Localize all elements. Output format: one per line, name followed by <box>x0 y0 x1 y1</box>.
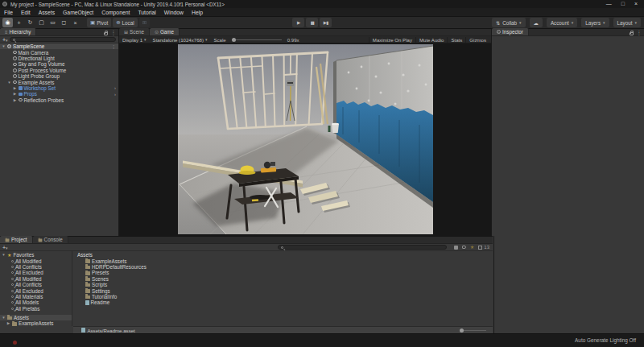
favorite-item[interactable]: All Modified <box>0 258 72 263</box>
favorite-item[interactable]: All Materials <box>0 294 72 299</box>
favorite-item[interactable]: All Models <box>0 299 72 305</box>
tool-button[interactable]: × <box>70 18 80 27</box>
row-trailing-icon[interactable]: ⋮ <box>111 43 116 49</box>
asset-item[interactable]: Scripts <box>72 282 493 287</box>
menu-item[interactable]: Tutorial <box>134 8 159 17</box>
local-toggle[interactable]: ⊕ Local <box>113 18 138 27</box>
menu-item[interactable]: Help <box>188 8 207 17</box>
favorite-item[interactable]: All Excluded <box>0 287 72 293</box>
expander-icon[interactable]: ▶ <box>13 86 17 90</box>
asset-item[interactable]: Scenes <box>72 276 493 282</box>
game-view-toggle[interactable]: Stats <box>447 37 465 43</box>
search-by-type-icon[interactable] <box>454 246 458 250</box>
display-dropdown[interactable]: Display 1▾ <box>119 37 150 43</box>
menu-item[interactable]: GameObject <box>59 8 97 17</box>
auto-generate-lighting-button[interactable]: Auto Generate Lighting Off <box>575 337 636 343</box>
asset-item[interactable]: TutorialInfo <box>72 294 493 299</box>
hierarchy-item[interactable]: Directional Light <box>0 56 118 61</box>
step-button[interactable]: ▶▮ <box>320 18 332 27</box>
minimize-button[interactable]: — <box>606 0 612 8</box>
pivot-toggle[interactable]: ▣ Pivot <box>87 18 111 27</box>
menu-item[interactable]: Edit <box>17 8 35 17</box>
hierarchy-item[interactable]: Main Camera <box>0 49 118 55</box>
asset-item[interactable]: ExampleAssets <box>72 258 493 263</box>
panel-menu-icon[interactable]: ⋮ <box>637 30 642 36</box>
row-trailing-icon[interactable]: › <box>114 92 116 97</box>
icon-size-slider[interactable] <box>460 330 486 331</box>
menu-item[interactable]: Component <box>97 8 134 17</box>
tab-scene-game[interactable]: ⊙ Game <box>150 28 180 35</box>
row-trailing-icon[interactable]: › <box>114 85 116 90</box>
tab-project-console[interactable]: Console <box>33 236 68 243</box>
play-button[interactable]: ▶ <box>292 18 304 27</box>
tab-scene-game[interactable]: ⊞ Scene <box>119 28 150 35</box>
menu-item[interactable]: File <box>0 8 17 17</box>
asset-item[interactable]: HDRPDefaultResources <box>72 264 493 270</box>
tool-button[interactable]: ▢ <box>36 18 47 27</box>
game-viewport[interactable] <box>119 43 491 236</box>
cloud-button[interactable]: ☁ <box>530 18 543 27</box>
favorite-item[interactable]: All Conflicts <box>0 282 72 287</box>
resolution-dropdown[interactable]: Standalone (1024x768)▾ <box>150 37 211 43</box>
pause-button[interactable]: ▮▮ <box>306 18 318 27</box>
expander-icon[interactable]: ▶ <box>13 92 17 96</box>
hierarchy-item[interactable]: ▼ SampleScene ⋮ <box>0 43 118 49</box>
titlebar: My project - SampleScene - PC, Mac & Lin… <box>0 0 644 8</box>
layout-dropdown[interactable]: Layout ▾ <box>613 18 641 27</box>
project-create-button[interactable]: +▾ <box>0 245 10 250</box>
expander-icon[interactable]: ▼ <box>2 44 6 48</box>
asset-item[interactable]: Presets <box>72 270 493 275</box>
lock-icon[interactable] <box>104 32 108 35</box>
close-button[interactable]: × <box>634 0 638 8</box>
lock-icon[interactable] <box>630 32 634 35</box>
favorites-header[interactable]: ▼★ Favorites <box>0 252 72 258</box>
favorite-item[interactable]: All Modified <box>0 276 72 282</box>
asset-item[interactable]: Settings <box>72 287 493 293</box>
game-view-toggle[interactable]: Gizmos <box>465 37 489 43</box>
game-view-toggle[interactable]: Maximize On Play <box>369 37 415 43</box>
asset-item[interactable]: Readme <box>72 299 493 305</box>
hierarchy-item[interactable]: Post Process Volume <box>0 68 118 73</box>
assets-root-item[interactable]: ▼ Assets <box>0 315 72 320</box>
favorite-item[interactable]: All Excluded <box>0 270 72 275</box>
tool-button[interactable]: ↻ <box>25 18 35 27</box>
expander-icon[interactable]: ▼ <box>7 81 11 85</box>
project-search-input[interactable] <box>278 245 447 250</box>
slider-handle[interactable] <box>460 328 464 333</box>
hierarchy-item[interactable]: ▶ Reflection Probes <box>0 97 118 103</box>
hierarchy-search-input[interactable] <box>10 37 116 42</box>
expander-icon[interactable]: ▶ <box>13 98 17 102</box>
hierarchy-create-button[interactable]: +▾ <box>0 37 10 43</box>
packages-visibility-toggle[interactable]: 13 <box>478 245 489 250</box>
collab-dropdown[interactable]: ⇅ Collab ▾ <box>492 18 526 27</box>
tab-inspector[interactable]: i Inspector <box>492 28 529 35</box>
folder-item[interactable]: ▶ ExampleAssets <box>0 320 72 326</box>
favorite-item[interactable]: All Conflicts <box>0 264 72 270</box>
scale-slider[interactable] <box>232 39 282 40</box>
console-status-icon[interactable] <box>13 341 17 345</box>
panel-menu-icon[interactable]: ⋮ <box>111 30 117 36</box>
menu-item[interactable]: Assets <box>35 8 59 17</box>
game-view-toggle[interactable]: Mute Audio <box>415 37 448 43</box>
scale-label: Scale <box>210 37 229 43</box>
hierarchy-item[interactable]: ▶ Workshop Set › <box>0 85 118 91</box>
menu-item[interactable]: Window <box>160 8 188 17</box>
tab-project-console[interactable]: Project <box>0 236 33 243</box>
slider-handle[interactable] <box>232 38 236 42</box>
maximize-button[interactable]: □ <box>621 0 625 8</box>
tool-button[interactable]: ◉ <box>2 18 13 27</box>
hierarchy-item[interactable]: Sky and Fog Volume <box>0 61 118 67</box>
tool-button[interactable]: ▭ <box>47 18 58 27</box>
hierarchy-item[interactable]: ▼ Example Assets <box>0 79 118 85</box>
tool-button[interactable]: ◻ <box>59 18 69 27</box>
tool-button[interactable]: + <box>14 18 24 27</box>
save-search-icon[interactable]: ★ <box>470 245 474 250</box>
search-by-label-icon[interactable] <box>462 246 466 249</box>
favorite-item[interactable]: All Prefabs <box>0 306 72 312</box>
tab-hierarchy[interactable]: ≡ Hierarchy <box>0 28 36 35</box>
layers-dropdown[interactable]: Layers ▾ <box>581 18 609 27</box>
hierarchy-item[interactable]: Light Probe Group <box>0 73 118 79</box>
account-dropdown[interactable]: Account ▾ <box>547 18 577 27</box>
grid-snap-toggle[interactable]: ⊞ <box>139 18 150 27</box>
hierarchy-item[interactable]: ▶ Props › <box>0 91 118 97</box>
